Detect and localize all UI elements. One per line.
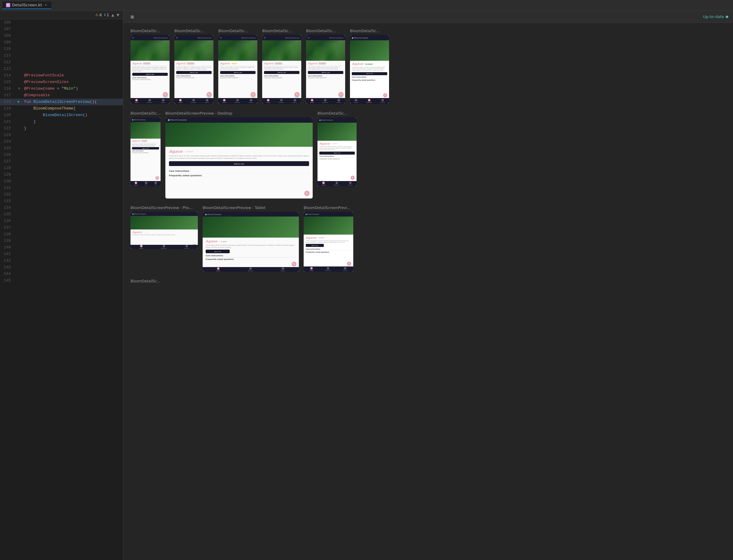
tab-filename: DetailScreen.kt	[12, 3, 42, 7]
preview-frame-2[interactable]: BloomCompose Agave in stock Quanti	[174, 35, 214, 104]
preview-title-3: BloomDetailSc...	[218, 29, 257, 33]
lorem-wide-care: Care instructions	[319, 155, 355, 157]
error-bar: ⚠ 6 ℹ 1 ▲ ▼	[0, 11, 123, 19]
lorem-med-add-btn[interactable]: Add to cart	[306, 244, 324, 247]
lorem-add-btn[interactable]: Add to cart	[352, 72, 387, 75]
fab-button-1[interactable]: ✎	[163, 92, 168, 97]
preview-frame-desktop[interactable]: ■ BloomCompose Agave ✓ in stock Lorem ip…	[165, 117, 313, 198]
fab-button-4[interactable]: ✎	[295, 92, 300, 97]
code-line-126: 126	[0, 152, 123, 158]
code-panel: ⚠ 6 ℹ 1 ▲ ▼ 106 107 108	[0, 11, 123, 560]
grid-toggle-button[interactable]: ⊞	[128, 13, 137, 21]
small-fab[interactable]: ✎	[156, 176, 159, 180]
lorem-med-fab[interactable]: ✎	[347, 262, 351, 266]
plant-badge-1: in stock	[143, 62, 150, 65]
nav-down-button[interactable]: ▼	[117, 13, 119, 17]
phone-content-3: Agave restock Lorem ipsum dolor sit amet…	[218, 61, 257, 80]
nav-up-button[interactable]: ▲	[112, 13, 114, 17]
plant-badge-2: in stock	[187, 62, 194, 65]
info-count[interactable]: ℹ 1	[104, 13, 109, 17]
small-desc: Lorem ipsum dolor sit amet consectetur a…	[132, 143, 159, 146]
warning-number: 6	[100, 13, 102, 17]
code-line-128: 128	[0, 165, 123, 171]
toolbar-right: Up-to-date	[703, 14, 728, 19]
add-btn-5[interactable]: Add to cart	[308, 71, 344, 74]
preview-frame-3[interactable]: BloomCompose Agave restock Lorem i	[218, 35, 257, 104]
preview-frame-tablet[interactable]: ■ BloomCompose Agave ✓ in stock Lorem ip…	[203, 212, 299, 272]
preview-title-2: BloomDetailSc...	[174, 29, 214, 33]
preview-card-5: BloomDetailSc... BloomCompose	[306, 29, 345, 104]
add-btn-1[interactable]: Add to cart	[132, 73, 168, 76]
desktop-care-section: Care instructions	[169, 170, 309, 172]
preview-frame-1[interactable]: BloomCompose Agave in stock Lorem	[131, 35, 170, 104]
preview-frame-phone-med[interactable]: ■ BloomCompose Agave ✓ in stock Lorem ip…	[131, 212, 198, 249]
code-line-113: 113	[0, 66, 123, 72]
lorem-med-faq: Frequently asked questions	[306, 251, 351, 253]
preview-frame-4[interactable]: BloomCompose Agave in stock Amet a	[262, 35, 301, 104]
lorem-mockup-1: ■ BloomCompose Agave In stock Lorem ipsu…	[350, 35, 389, 104]
plant-name-3: Agave	[220, 62, 230, 65]
code-line-132: 132	[0, 191, 123, 198]
plant-name-5: Agave	[308, 62, 317, 65]
fab-button-2[interactable]: ✎	[207, 92, 212, 97]
lorem-faq-section: Frequently asked questions	[352, 79, 387, 81]
tab-bar: K DetailScreen.kt ×	[0, 0, 733, 11]
tab-detail-screen[interactable]: K DetailScreen.kt ×	[2, 2, 51, 9]
plant-name-1: Agave	[132, 62, 142, 65]
lorem-wide-name: Agave ↗ in stock	[319, 142, 355, 145]
lorem-hero-1	[350, 40, 389, 61]
desktop-content: Agave ✓ in stock Lorem ipsum dolor sit a…	[165, 147, 313, 179]
tablet-fab[interactable]: ✎	[292, 262, 297, 266]
care-section-5: Care instructions	[308, 75, 344, 77]
run-icon[interactable]: ▶	[18, 99, 20, 105]
code-line-123: 123	[0, 132, 123, 138]
small-content: Agave in stock Lorem ipsum dolor sit ame…	[131, 139, 161, 154]
code-scroll-area[interactable]: 106 107 108 109 110	[0, 19, 123, 560]
preview-frame-lorem-wide[interactable]: ■ BloomCompose Agave ↗ in stock Lorem ip…	[318, 117, 357, 186]
preview-title-4: BloomDetailSc...	[262, 29, 301, 33]
tablet-header: ■ BloomCompose	[203, 212, 299, 217]
add-btn-2[interactable]: Add to cart	[176, 71, 212, 74]
code-line-134: 134	[0, 205, 123, 211]
add-btn-4[interactable]: Add to cart	[264, 71, 300, 74]
preview-card-7: BloomDetailSc... ■ BloomCompose Agave	[131, 111, 161, 186]
preview-frame-5[interactable]: BloomCompose Agave in stock Consec	[306, 35, 345, 104]
preview-title-phone-med: BloomDetailScreenPreview - Pho...	[131, 206, 198, 210]
tab-close-button[interactable]: ×	[44, 3, 48, 7]
fab-button-5[interactable]: ✎	[339, 92, 344, 97]
phone-mockup-1: BloomCompose Agave in stock Lorem	[131, 35, 170, 104]
code-line-112: 112	[0, 59, 123, 66]
code-line-109: 109	[0, 39, 123, 46]
lorem-wide-faq: Frequently asked questions	[319, 158, 355, 160]
code-line-145: 145	[0, 277, 123, 284]
lorem-wide-fab[interactable]: ✎	[351, 176, 355, 180]
preview-content[interactable]: BloomDetailSc... BloomCompose	[123, 23, 733, 560]
desktop-fab[interactable]: ✎	[304, 191, 310, 196]
tablet-add-btn[interactable]: Add to cart	[206, 250, 230, 253]
desktop-add-btn[interactable]: Add to cart	[169, 161, 309, 166]
small-add-btn[interactable]: Add to cart	[132, 147, 159, 149]
fab-button-3[interactable]: ✎	[251, 92, 256, 97]
small-nav: Home My Set	[131, 181, 161, 186]
preview-title-lorem-med: BloomDetailScreenPrevi...	[304, 206, 353, 210]
plant-desc-1: Lorem ipsum dolor sit amet consectetur a…	[132, 66, 168, 72]
kotlin-file-icon: K	[6, 3, 10, 7]
plant-name-2: Agave	[176, 62, 186, 65]
small-header: ■ BloomCompose	[131, 117, 161, 122]
lorem-wide-add-btn[interactable]: Add to cart	[319, 152, 355, 155]
preview-frame-7[interactable]: ■ BloomCompose Agave in stock Lore	[131, 117, 161, 186]
bottom-nav-1: Home MyPlants Setting	[131, 98, 170, 104]
preview-title-bottom: BloomDetailSc...	[131, 279, 160, 283]
code-line-107: 107	[0, 26, 123, 32]
code-line-125: 125	[0, 145, 123, 152]
tablet-care-section: Care instructions	[206, 254, 296, 257]
lorem-med-hero	[304, 217, 353, 235]
preview-frame-6[interactable]: ■ BloomCompose Agave In stock Lorem ipsu…	[350, 35, 389, 104]
code-line-111: 111	[0, 52, 123, 59]
lorem-fab-btn[interactable]: ✎	[383, 93, 387, 97]
preview-frame-lorem-med[interactable]: ■ BloomCompose Agave ✓ in stock Lorem ip…	[304, 212, 353, 272]
add-btn-3[interactable]: Add to cart	[220, 71, 256, 74]
warning-count[interactable]: ⚠ 6	[95, 13, 102, 17]
faq-section-3: Frequently asked questions	[220, 77, 256, 78]
lorem-desc: Lorem ipsum dolor sit amet, consectetur …	[352, 66, 387, 71]
